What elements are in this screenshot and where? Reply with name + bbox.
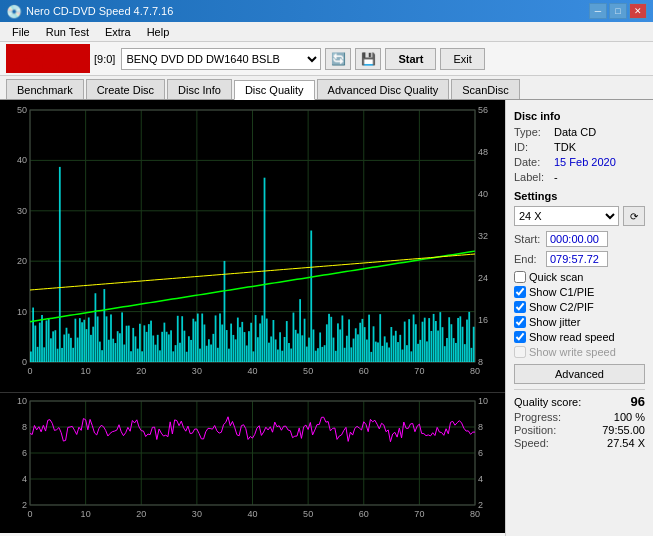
show-c1pie-checkbox[interactable] [514, 286, 526, 298]
title-bar: 💿 Nero CD-DVD Speed 4.7.7.16 ─ □ ✕ [0, 0, 653, 22]
maximize-button[interactable]: □ [609, 3, 627, 19]
show-read-speed-checkbox[interactable] [514, 331, 526, 343]
position-label: Position: [514, 424, 556, 436]
show-c2pif-label: Show C2/PIF [529, 301, 594, 313]
show-write-speed-checkbox [514, 346, 526, 358]
tab-create-disc[interactable]: Create Disc [86, 79, 165, 99]
menu-extra[interactable]: Extra [97, 24, 139, 40]
label-label: Label: [514, 171, 550, 183]
speed-settings-row: 24 X ⟳ [514, 206, 645, 226]
bottom-chart-canvas [0, 393, 505, 533]
tab-bar: Benchmark Create Disc Disc Info Disc Qua… [0, 76, 653, 100]
menu-file[interactable]: File [4, 24, 38, 40]
position-row: Position: 79:55.00 [514, 424, 645, 436]
show-jitter-checkbox[interactable] [514, 316, 526, 328]
chart-container: C1 Errors Average: 0.69 Maximum: 28 Tota… [0, 100, 505, 536]
label-value: - [554, 171, 558, 183]
speed-value: 27.54 X [607, 437, 645, 449]
drive-label: [9:0] [94, 53, 115, 65]
end-value: 079:57.72 [546, 251, 608, 267]
chart-bottom-area [0, 392, 505, 532]
disc-date-row: Date: 15 Feb 2020 [514, 156, 645, 168]
title-bar-left: 💿 Nero CD-DVD Speed 4.7.7.16 [6, 4, 173, 19]
title-bar-controls: ─ □ ✕ [589, 3, 647, 19]
show-read-speed-label: Show read speed [529, 331, 615, 343]
show-c2pif-row: Show C2/PIF [514, 301, 645, 313]
show-write-speed-row: Show write speed [514, 346, 645, 358]
top-chart-canvas [0, 100, 505, 392]
nero-logo: nero [12, 46, 84, 62]
show-c1pie-row: Show C1/PIE [514, 286, 645, 298]
start-button[interactable]: Start [385, 48, 436, 70]
app-title: Nero CD-DVD Speed 4.7.7.16 [26, 5, 173, 17]
id-value: TDK [554, 141, 576, 153]
start-value: 000:00.00 [546, 231, 608, 247]
settings-refresh-button[interactable]: ⟳ [623, 206, 645, 226]
advanced-button[interactable]: Advanced [514, 364, 645, 384]
start-time-row: Start: 000:00.00 [514, 231, 645, 247]
disc-info-title: Disc info [514, 110, 645, 122]
progress-row: Progress: 100 % [514, 411, 645, 423]
toolbar: nero CD·DVD/SPEED [9:0] BENQ DVD DD DW16… [0, 42, 653, 76]
right-panel: Disc info Type: Data CD ID: TDK Date: 15… [505, 100, 653, 536]
show-read-speed-row: Show read speed [514, 331, 645, 343]
tab-disc-quality[interactable]: Disc Quality [234, 80, 315, 100]
nero-logo-area: nero CD·DVD/SPEED [6, 44, 90, 73]
quality-score-label: Quality score: [514, 396, 581, 408]
start-label: Start: [514, 233, 542, 245]
type-label: Type: [514, 126, 550, 138]
show-jitter-row: Show jitter [514, 316, 645, 328]
date-value: 15 Feb 2020 [554, 156, 616, 168]
show-jitter-label: Show jitter [529, 316, 580, 328]
quick-scan-row: Quick scan [514, 271, 645, 283]
main-area: C1 Errors Average: 0.69 Maximum: 28 Tota… [0, 100, 653, 536]
refresh-icon-button[interactable]: 🔄 [325, 48, 351, 70]
settings-title: Settings [514, 190, 645, 202]
tab-scandisc[interactable]: ScanDisc [451, 79, 519, 99]
tab-advanced-disc-quality[interactable]: Advanced Disc Quality [317, 79, 450, 99]
progress-label: Progress: [514, 411, 561, 423]
disc-id-row: ID: TDK [514, 141, 645, 153]
quick-scan-checkbox[interactable] [514, 271, 526, 283]
drive-select[interactable]: BENQ DVD DD DW1640 BSLB [121, 48, 321, 70]
type-value: Data CD [554, 126, 596, 138]
disc-label-row: Label: - [514, 171, 645, 183]
menu-help[interactable]: Help [139, 24, 178, 40]
nero-sub: CD·DVD/SPEED [12, 62, 84, 71]
save-icon-button[interactable]: 💾 [355, 48, 381, 70]
speed-select[interactable]: 24 X [514, 206, 619, 226]
show-c2pif-checkbox[interactable] [514, 301, 526, 313]
close-button[interactable]: ✕ [629, 3, 647, 19]
end-time-row: End: 079:57.72 [514, 251, 645, 267]
tab-disc-info[interactable]: Disc Info [167, 79, 232, 99]
menu-run-test[interactable]: Run Test [38, 24, 97, 40]
chart-top-area [0, 100, 505, 392]
quality-score-value: 96 [631, 394, 645, 409]
quality-section: Quality score: 96 Progress: 100 % Positi… [514, 389, 645, 450]
show-write-speed-label: Show write speed [529, 346, 616, 358]
quality-score-row: Quality score: 96 [514, 394, 645, 409]
show-c1pie-label: Show C1/PIE [529, 286, 594, 298]
quick-scan-label: Quick scan [529, 271, 583, 283]
date-label: Date: [514, 156, 550, 168]
menu-bar: File Run Test Extra Help [0, 22, 653, 42]
progress-value: 100 % [614, 411, 645, 423]
speed-label: Speed: [514, 437, 549, 449]
end-label: End: [514, 253, 542, 265]
exit-button[interactable]: Exit [440, 48, 484, 70]
position-value: 79:55.00 [602, 424, 645, 436]
speed-row: Speed: 27.54 X [514, 437, 645, 449]
id-label: ID: [514, 141, 550, 153]
disc-type-row: Type: Data CD [514, 126, 645, 138]
minimize-button[interactable]: ─ [589, 3, 607, 19]
tab-benchmark[interactable]: Benchmark [6, 79, 84, 99]
